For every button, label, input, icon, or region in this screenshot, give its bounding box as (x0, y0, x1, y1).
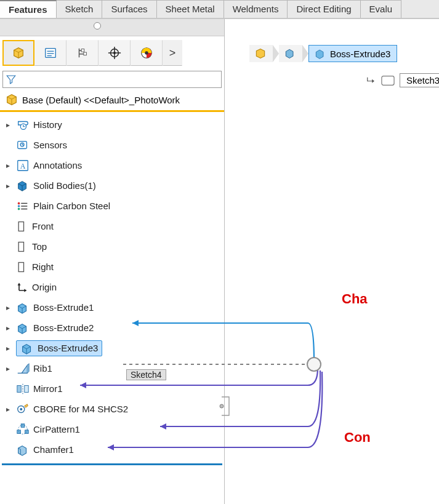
fm-tab-configmanager[interactable] (66, 40, 99, 66)
part-icon (254, 47, 267, 60)
annotation-con: Con (344, 430, 371, 446)
mirror-icon (16, 382, 30, 396)
breadcrumb-label: Boss-Extrude3 (330, 49, 390, 59)
tab-sheetmetal[interactable]: Sheet Metal (157, 0, 224, 18)
node-plane-right[interactable]: ▸ Right (0, 257, 224, 277)
svg-text:A: A (20, 161, 26, 170)
breadcrumb-sketch-label: Sketch3 (400, 73, 439, 87)
solid-body-icon (284, 47, 296, 60)
rib1-sketch-tag[interactable]: Sketch4 (126, 369, 166, 380)
circpattern-icon (16, 423, 30, 436)
fm-tab-featuretree[interactable] (2, 40, 34, 66)
node-chamfer1[interactable]: ▸ Chamfer1 (0, 439, 224, 460)
node-label: CirPattern1 (33, 424, 80, 434)
material-icon (16, 199, 30, 213)
overflow-label: > (169, 47, 176, 60)
extrude-icon (314, 47, 326, 60)
node-origin[interactable]: ▸ Origin (0, 277, 224, 297)
svg-rect-23 (18, 222, 23, 231)
breadcrumb-part[interactable] (249, 45, 273, 62)
extrude-icon (20, 342, 34, 355)
featuremanager-panel: > Base (Default) <<Default>_PhotoWork ▸ … (0, 19, 225, 504)
tab-label: Evalu (369, 4, 393, 14)
node-cirpattern1[interactable]: ▸ CirPattern1 (0, 419, 224, 439)
node-material[interactable]: ▸ Plain Carbon Steel (0, 196, 224, 216)
sensors-icon (16, 138, 30, 152)
feature-tree: ▸ History ▸ Sensors ▸ A Annotations ▸ So… (0, 112, 224, 504)
node-label: Rib1 (33, 363, 52, 374)
svg-rect-31 (21, 423, 25, 427)
node-label: Annotations (33, 160, 82, 170)
node-cbore[interactable]: ▸ CBORE for M4 SHCS2 (0, 399, 224, 419)
tab-evaluate[interactable]: Evalu (361, 0, 402, 18)
tab-weldments[interactable]: Weldments (224, 0, 288, 18)
node-solid-bodies[interactable]: ▸ Solid Bodies(1) (0, 175, 224, 196)
part-config-row[interactable]: Base (Default) <<Default>_PhotoWork (0, 90, 224, 112)
node-sensors[interactable]: ▸ Sensors (0, 135, 224, 155)
tab-surfaces[interactable]: Surfaces (102, 0, 156, 18)
svg-rect-5 (84, 52, 87, 55)
tab-label: Features (9, 4, 47, 15)
node-label: CBORE for M4 SHCS2 (33, 404, 128, 414)
config-tree-icon (76, 46, 89, 60)
breadcrumb-body[interactable] (279, 45, 302, 62)
node-label: History (33, 119, 62, 130)
plane-icon (16, 241, 28, 253)
funnel-icon (6, 74, 17, 85)
tab-features[interactable]: Features (0, 0, 57, 18)
svg-point-18 (18, 207, 20, 210)
history-icon (16, 118, 30, 132)
fm-tab-overflow[interactable]: > (163, 40, 182, 66)
annotations-icon: A (16, 159, 30, 172)
tab-sketch[interactable]: Sketch (57, 0, 103, 18)
node-plane-top[interactable]: ▸ Top (0, 236, 224, 257)
plane-icon (16, 220, 28, 233)
fm-tab-propertymanager[interactable] (34, 40, 66, 66)
holewizard-icon (16, 402, 30, 416)
node-label: Right (32, 262, 54, 272)
part-icon (12, 46, 25, 60)
node-label: Chamfer1 (33, 444, 74, 455)
child-arrow-icon (365, 75, 376, 86)
tree-bottom-rule (2, 463, 222, 465)
node-label: Boss-Extrude2 (33, 322, 94, 333)
plane-icon (16, 261, 28, 273)
node-annotations[interactable]: ▸ A Annotations (0, 155, 224, 175)
svg-point-9 (113, 52, 116, 54)
svg-rect-4 (81, 49, 84, 52)
node-label: Boss-Extrude3 (38, 343, 98, 353)
node-plane-front[interactable]: ▸ Front (0, 216, 224, 236)
node-mirror1[interactable]: ▸ Mirror1 (0, 378, 224, 399)
breadcrumb-child-sketch[interactable]: Sketch3 (365, 73, 439, 87)
svg-point-11 (145, 51, 148, 55)
node-label: Front (32, 221, 54, 231)
svg-rect-27 (25, 385, 28, 392)
tab-directediting[interactable]: Direct Editing (288, 0, 360, 18)
node-boss-extrude3[interactable]: ▸ Boss-Extrude3 (0, 338, 224, 358)
svg-rect-25 (18, 262, 23, 271)
rib-icon (16, 362, 30, 375)
appearance-icon (140, 46, 153, 60)
node-rib1[interactable]: ▸ Rib1 (0, 358, 224, 378)
breadcrumb-feature[interactable]: Boss-Extrude3 (308, 45, 397, 62)
node-boss-extrude2[interactable]: ▸ Boss-Extrude2 (0, 318, 224, 338)
panel-split-handle[interactable] (0, 19, 224, 36)
extrude-icon (16, 321, 30, 335)
node-label: Sensors (33, 140, 67, 150)
svg-point-19 (18, 205, 20, 207)
fm-tab-display[interactable] (131, 40, 163, 66)
node-label: Boss-Extrude1 (33, 302, 94, 313)
fm-tab-dimxpert[interactable] (99, 40, 131, 66)
config-name: Base (Default) <<Default>_PhotoWork (22, 95, 180, 105)
tab-label: Sheet Metal (166, 4, 215, 14)
graphics-area[interactable]: Boss-Extrude3 Sketch3 (225, 19, 439, 504)
selection-breadcrumb: Boss-Extrude3 (249, 45, 397, 62)
tree-filter-input[interactable] (2, 71, 222, 88)
svg-rect-35 (382, 76, 394, 85)
target-icon (108, 46, 121, 60)
node-boss-extrude1[interactable]: ▸ Boss-Extrude1 (0, 297, 224, 318)
node-history[interactable]: ▸ History (0, 114, 224, 135)
sketch-icon (381, 75, 395, 86)
node-label: Mirror1 (33, 383, 63, 394)
part-icon (5, 93, 18, 106)
